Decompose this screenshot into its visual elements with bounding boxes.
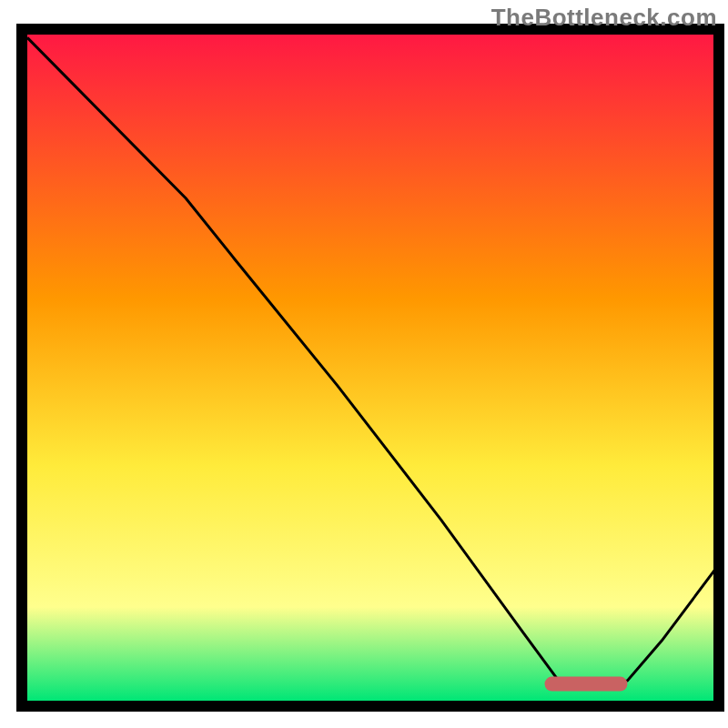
bottleneck-chart	[0, 0, 728, 728]
gradient-background	[27, 31, 717, 701]
optimum-marker	[545, 677, 628, 692]
chart-container: TheBottleneck.com	[0, 0, 728, 728]
watermark-label: TheBottleneck.com	[491, 4, 717, 32]
